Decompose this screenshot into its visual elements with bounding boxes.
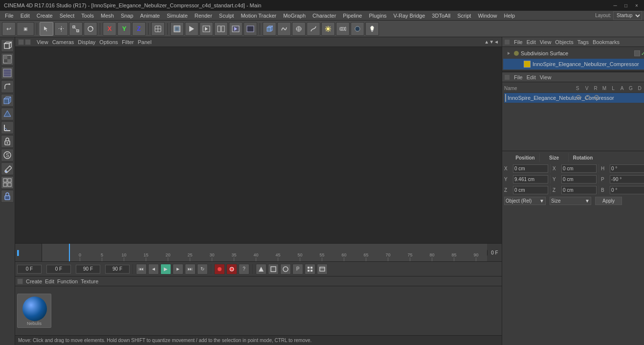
om-row-innospire[interactable]: InnoSpire_Elegance_Nebulizer_Compressor	[503, 59, 644, 69]
viewport-menu-options[interactable]: Options	[99, 39, 118, 45]
rotate-key-button[interactable]	[280, 264, 291, 275]
apply-button[interactable]: Apply	[595, 197, 622, 205]
scale-key-button[interactable]	[268, 264, 279, 275]
go-end-button[interactable]: ⏭	[185, 264, 196, 275]
record2-button[interactable]	[226, 264, 237, 275]
pos-z-field[interactable]	[513, 186, 548, 194]
spline-button[interactable]	[307, 22, 320, 36]
menu-vray[interactable]: V-Ray Bridge	[391, 12, 428, 19]
vp-icon-2[interactable]	[25, 39, 31, 45]
render4-button[interactable]	[229, 22, 243, 36]
menu-character[interactable]: Character	[310, 12, 339, 19]
grid-button[interactable]	[305, 264, 315, 275]
full-button[interactable]	[317, 264, 328, 275]
attr-col-s-val[interactable]	[574, 94, 583, 101]
scale-tool-button[interactable]	[69, 22, 83, 36]
left-btn-grid2[interactable]	[1, 176, 14, 189]
camera-button[interactable]	[336, 22, 350, 36]
loop-button[interactable]: ↻	[197, 264, 208, 275]
viewport-menu-cameras[interactable]: Cameras	[52, 39, 74, 45]
cube-button[interactable]	[263, 22, 276, 36]
select-tool-button[interactable]	[40, 22, 53, 36]
rotate-tool-button[interactable]	[84, 22, 97, 36]
left-btn-pyramid[interactable]	[1, 108, 14, 120]
move-tool-button[interactable]	[54, 22, 68, 36]
coord-system-dropdown[interactable]: Object (Rel) ▼	[504, 197, 546, 205]
nurbs-button[interactable]	[277, 22, 291, 36]
menu-motion-tracker[interactable]: Motion Tracker	[238, 12, 279, 19]
axis-z-button[interactable]: Z	[132, 22, 146, 36]
bom-menu-edit[interactable]: Edit	[527, 74, 536, 80]
om-row-subdivision[interactable]: Subdivision Surface ✓ ✓	[503, 48, 644, 59]
size-mode-dropdown[interactable]: Size ▼	[550, 197, 591, 205]
attr-col-r-val[interactable]	[592, 94, 601, 101]
redo-button[interactable]: ▣	[17, 22, 34, 36]
menu-simulate[interactable]: Simulate	[164, 12, 191, 19]
om-menu-objects[interactable]: Objects	[555, 39, 573, 45]
fps-field[interactable]	[105, 265, 130, 274]
rot-b-field[interactable]	[610, 186, 644, 194]
left-btn-grid[interactable]	[1, 67, 14, 79]
render-button[interactable]	[185, 22, 199, 36]
pos-y-field[interactable]	[513, 175, 548, 184]
left-btn-bend[interactable]	[1, 80, 14, 93]
om-menu-edit[interactable]: Edit	[527, 39, 536, 45]
render-region-button[interactable]	[170, 22, 184, 36]
render2-button[interactable]	[200, 22, 213, 36]
maximize-button[interactable]: □	[622, 2, 629, 9]
bom-menu-view[interactable]: View	[540, 74, 552, 80]
bulb-button[interactable]	[365, 22, 379, 36]
step-back-button[interactable]: ◄	[148, 264, 159, 275]
go-start-button[interactable]: ⏮	[136, 264, 147, 275]
material2-button[interactable]	[351, 22, 364, 36]
menu-window[interactable]: Window	[475, 12, 500, 19]
current-frame-field[interactable]	[17, 265, 42, 274]
viewport-menu-display[interactable]: Display	[78, 39, 95, 45]
play-button[interactable]: ▶	[160, 264, 171, 275]
pos-x-field[interactable]	[513, 164, 548, 173]
left-btn-checker[interactable]	[1, 53, 14, 66]
om-menu-file[interactable]: File	[514, 39, 523, 45]
om-expand-icon[interactable]	[505, 51, 512, 55]
axis-y-button[interactable]: Y	[117, 22, 131, 36]
menu-help[interactable]: Help	[501, 12, 518, 19]
menu-render[interactable]: Render	[192, 12, 215, 19]
menu-select[interactable]: Select	[57, 12, 78, 19]
timeline-playhead[interactable]	[69, 244, 70, 261]
viewport-menu-view[interactable]: View	[37, 39, 48, 45]
left-btn-model[interactable]	[1, 39, 14, 52]
om-menu-bookmarks[interactable]: Bookmarks	[593, 39, 620, 45]
attr-col-v-val[interactable]	[583, 94, 592, 101]
size-y-field[interactable]	[561, 175, 597, 184]
start-frame-field[interactable]	[46, 265, 71, 274]
menu-mograph[interactable]: MoGraph	[280, 12, 309, 19]
attr-row-innospire[interactable]: InnoSpire_Elegance_Nebulizer_Compressor	[504, 93, 644, 103]
deformer-button[interactable]	[292, 22, 306, 36]
viewport-menu-panel[interactable]: Panel	[138, 39, 152, 45]
menu-edit[interactable]: Edit	[18, 12, 33, 19]
left-btn-lock2[interactable]	[1, 190, 14, 203]
minimize-button[interactable]: ─	[612, 2, 619, 9]
left-btn-brush[interactable]	[1, 162, 14, 175]
content-menu-texture[interactable]: Texture	[81, 278, 98, 284]
record-button[interactable]	[214, 264, 225, 275]
rot-h-field[interactable]	[610, 164, 644, 173]
close-button[interactable]: ×	[633, 2, 640, 9]
rot-p-field[interactable]	[610, 175, 644, 184]
menu-file[interactable]: File	[2, 12, 17, 19]
object-axis-button[interactable]	[151, 22, 165, 36]
menu-mesh[interactable]: Mesh	[98, 12, 117, 19]
viewport-menu-filter[interactable]: Filter	[122, 39, 133, 45]
menu-animate[interactable]: Animate	[137, 12, 163, 19]
param-button[interactable]: P	[292, 264, 303, 275]
left-btn-dollar[interactable]: S	[1, 149, 14, 161]
render3-button[interactable]	[214, 22, 228, 36]
content-menu-edit[interactable]: Edit	[45, 278, 54, 284]
axis-x-button[interactable]: X	[103, 22, 116, 36]
menu-pipeline[interactable]: Pipeline	[340, 12, 365, 19]
key-button[interactable]: ?	[239, 264, 249, 275]
size-x-field[interactable]	[561, 164, 597, 173]
undo-button[interactable]: ↩	[2, 22, 16, 36]
render5-button[interactable]	[244, 22, 257, 36]
om-menu-tags[interactable]: Tags	[577, 39, 589, 45]
